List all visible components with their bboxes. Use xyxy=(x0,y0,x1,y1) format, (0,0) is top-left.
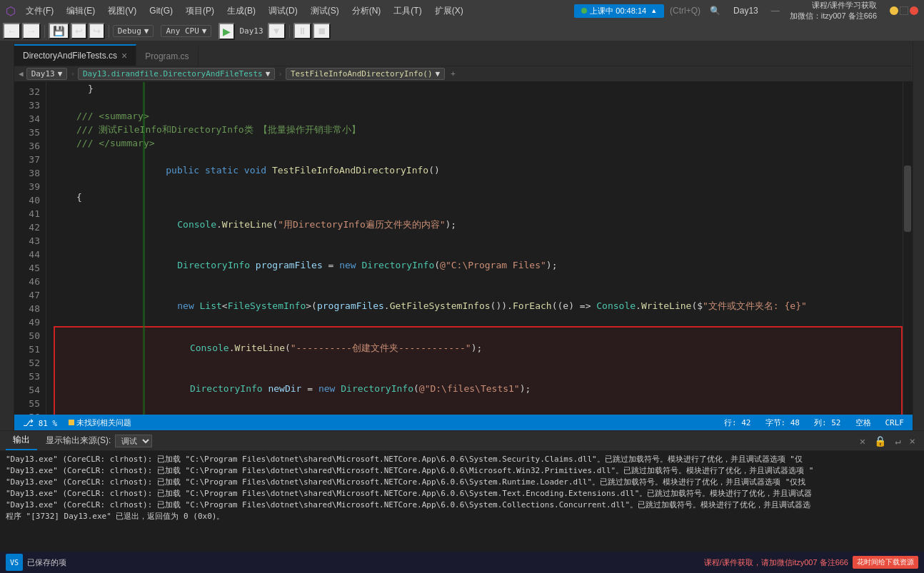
output-line-3: "Day13.exe" (CoreCLR: clrhost): 已加载 "C:\… xyxy=(6,477,918,488)
pause-button[interactable]: ⏸ xyxy=(293,23,311,39)
menu-analyze[interactable]: 分析(N) xyxy=(346,3,387,19)
dot-status-icon xyxy=(69,420,74,425)
code-text-area: } /// <summary> /// 测试FileInfo和Directory… xyxy=(46,82,903,415)
title-separator: — xyxy=(771,6,780,16)
tab-directory-file-tests[interactable]: DirectoryAndFileTests.cs × xyxy=(14,44,136,66)
status-col[interactable]: 字节: 48 xyxy=(763,417,803,428)
code-line-42: Console.WriteLine("----------创建文件夹------… xyxy=(55,328,901,368)
nav-bar: ◀ Day13 ▼ › Day13.dirandfile.DirectoryAn… xyxy=(14,66,913,82)
status-errors[interactable]: 未找到相关问题 xyxy=(66,417,134,428)
menu-edit[interactable]: 编辑(E) xyxy=(61,3,101,19)
wrap-output-button[interactable]: ↵ xyxy=(892,434,903,448)
play-button[interactable]: ▶ xyxy=(219,23,235,40)
menu-debug[interactable]: 调试(D) xyxy=(263,3,303,19)
code-line-40: DirectoryInfo programFiles = new Directo… xyxy=(54,245,903,285)
status-line[interactable]: 行: 42 xyxy=(721,417,754,428)
close-output-button[interactable]: × xyxy=(907,434,918,448)
editor-area: DirectoryAndFileTests.cs × Program.cs ◀ … xyxy=(14,41,913,430)
tab-label-2: Program.cs xyxy=(145,51,189,61)
taskbar-vs-icon[interactable]: VS xyxy=(6,554,23,571)
menu-bar: ⬡ 文件(F) 编辑(E) 视图(V) Git(G) 项目(P) 生成(B) 调… xyxy=(0,0,924,21)
chevron-down-icon-2: ▼ xyxy=(202,26,207,36)
nav-project-label: Day13 xyxy=(31,69,55,78)
nav-namespace-dropdown[interactable]: Day13.dirandfile.DirectoryAndFileTests ▼ xyxy=(78,68,275,80)
start-project-label: Day13 xyxy=(236,25,266,37)
chevron-down-icon-nav: ▼ xyxy=(58,69,63,78)
menu-extension[interactable]: 扩展(X) xyxy=(429,3,469,19)
maximize-button[interactable] xyxy=(900,6,908,15)
nav-project-dropdown[interactable]: Day13 ▼ xyxy=(26,68,68,80)
output-body[interactable]: "Day13.exe" (CoreCLR: clrhost): 已加载 "C:\… xyxy=(0,451,924,552)
code-line-34: /// <summary> xyxy=(54,109,903,123)
lock-scroll-button[interactable]: 🔒 xyxy=(871,434,889,448)
scrollbar-thumb[interactable] xyxy=(904,166,911,232)
status-branch[interactable]: ⎇ 81 % xyxy=(20,417,60,428)
window-title: Day13 xyxy=(725,6,767,16)
toolbar-sep-2 xyxy=(109,25,109,38)
code-line-32: } xyxy=(54,82,903,96)
debug-config-dropdown[interactable]: Debug ▼ xyxy=(113,25,154,37)
nav-method-dropdown[interactable]: TestFileInfoAndDirectoryInfo() ▼ xyxy=(286,68,445,80)
chevron-down-icon-nav2: ▼ xyxy=(266,69,271,78)
stop-button[interactable]: ⏹ xyxy=(313,23,331,39)
code-line-43: DirectoryInfo newDir = new DirectoryInfo… xyxy=(55,368,901,409)
nav-arrow-left[interactable]: ◀ xyxy=(19,69,24,78)
course-info-line1: 课程/课件学习获取 xyxy=(812,0,877,11)
status-spaces[interactable]: 空格 xyxy=(853,417,874,428)
nav-sep-1: › xyxy=(70,69,75,78)
status-bar: ⎇ 81 % 未找到相关问题 行: 42 字节: 48 列: 52 空格 CRL… xyxy=(14,415,913,430)
nav-sep-2: › xyxy=(278,69,283,78)
toolbar-sep-3 xyxy=(289,25,290,38)
tab-bar: DirectoryAndFileTests.cs × Program.cs xyxy=(14,41,913,66)
solution-explorer-icon[interactable]: 解决方案 xyxy=(2,44,12,50)
forward-button[interactable]: → xyxy=(22,23,40,39)
add-member-button[interactable]: + xyxy=(448,69,458,78)
chevron-down-icon: ▼ xyxy=(144,26,149,36)
redo-button[interactable]: ↪ xyxy=(89,23,105,39)
nav-namespace-label: Day13.dirandfile.DirectoryAndFileTests xyxy=(83,69,263,78)
close-button[interactable] xyxy=(910,6,918,15)
tab-close-1[interactable]: × xyxy=(121,50,127,61)
status-branch-label: 81 % xyxy=(39,419,58,428)
tab-program[interactable]: Program.cs xyxy=(136,46,198,66)
output-line-6: 程序 "[3732] Day13.exe" 已退出，返回值为 0 (0x0)。 xyxy=(6,511,918,522)
highlight-box-region: Console.WriteLine("----------创建文件夹------… xyxy=(54,326,903,415)
menu-test[interactable]: 测试(S) xyxy=(305,3,345,19)
code-line-39: Console.WriteLine("用DirectoryInfo遍历文件夹的内… xyxy=(54,204,903,245)
shortcut-hint: (Ctrl+Q) xyxy=(666,6,705,16)
output-line-5: "Day13.exe" (CoreCLR: clrhost): 已加载 "C:\… xyxy=(6,500,918,511)
minimize-button[interactable] xyxy=(890,6,898,15)
nav-method-label: TestFileInfoAndDirectoryInfo() xyxy=(291,69,433,78)
start-arrow-button[interactable]: ▼ xyxy=(268,23,286,39)
clear-output-button[interactable]: ✕ xyxy=(857,434,868,448)
code-line-37: public static void TestFileInfoAndDirect… xyxy=(54,150,903,191)
global-search-icon[interactable]: 🔍 xyxy=(706,2,723,19)
output-header: 输出 显示输出来源(S): 调试 ✕ 🔒 ↵ × xyxy=(0,431,924,451)
code-line-36: /// </summary> xyxy=(54,136,903,150)
menu-tools[interactable]: 工具(T) xyxy=(388,3,427,19)
output-tab[interactable]: 输出 xyxy=(6,431,37,450)
code-editor[interactable]: 32 33 34 35 36 37 38 39 40 41 42 43 44 4… xyxy=(14,82,913,415)
menu-view[interactable]: 视图(V) xyxy=(102,3,142,19)
output-source-select[interactable]: 调试 xyxy=(115,435,152,447)
output-source-label: 显示输出来源(S): xyxy=(46,435,111,447)
save-button[interactable]: 💾 xyxy=(49,23,69,39)
debug-config-label: Debug xyxy=(118,26,141,36)
taskbar-download-button[interactable]: 花时间给下载资源 xyxy=(853,556,918,569)
code-scroll-area[interactable]: } /// <summary> /// 测试FileInfo和Directory… xyxy=(46,82,903,415)
status-encoding[interactable]: CRLF xyxy=(883,418,908,427)
status-column[interactable]: 列: 52 xyxy=(811,417,844,428)
menu-git[interactable]: Git(G) xyxy=(144,4,179,18)
taskbar: VS 已保存的项 课程/课件获取，请加微信itzy007 备注666 花时间给下… xyxy=(0,552,924,573)
class-timer: 上课中 00:48:14 xyxy=(590,6,646,16)
platform-dropdown[interactable]: Any CPU ▼ xyxy=(161,25,211,37)
menu-file[interactable]: 文件(F) xyxy=(20,3,59,19)
right-panel: 搜索 xyxy=(913,41,924,430)
menu-build[interactable]: 生成(B) xyxy=(221,3,261,19)
chevron-up-icon: ▲ xyxy=(651,7,657,14)
back-button[interactable]: ← xyxy=(3,23,21,39)
course-info: 课程/课件学习获取 加微信：itzy007 备注666 xyxy=(784,0,883,23)
menu-project[interactable]: 项目(P) xyxy=(180,3,220,19)
undo-button[interactable]: ↩ xyxy=(71,23,87,39)
code-line-44: newDir.Create(); xyxy=(55,409,901,415)
